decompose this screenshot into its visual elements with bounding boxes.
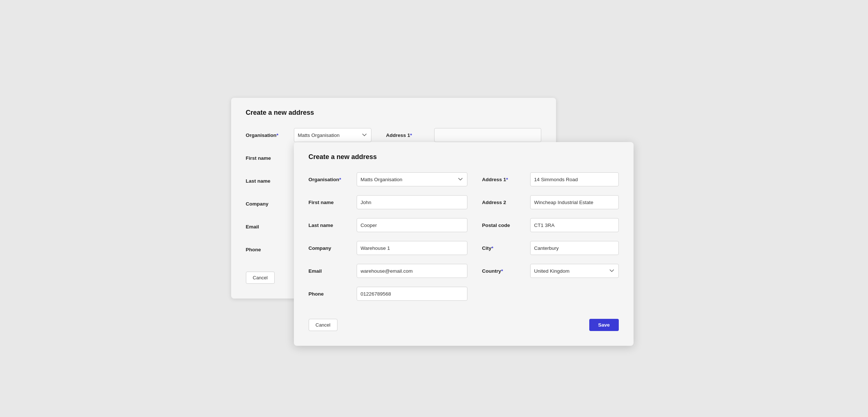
front-first-name-input[interactable] bbox=[357, 195, 467, 209]
front-save-button[interactable]: Save bbox=[589, 319, 619, 331]
front-last-name-label: Last name bbox=[309, 223, 357, 228]
back-cancel-button[interactable]: Cancel bbox=[246, 272, 275, 284]
front-organisation-label: Organisation* bbox=[309, 177, 357, 182]
front-postal-code-label: Postal code bbox=[482, 223, 530, 228]
front-address1-input[interactable] bbox=[530, 172, 619, 186]
back-organisation-label: Organisation* bbox=[246, 132, 294, 138]
front-email-input[interactable] bbox=[357, 264, 467, 278]
form-actions: Cancel Save bbox=[309, 319, 619, 331]
front-country-select[interactable]: United Kingdom United States Germany Fra… bbox=[530, 264, 619, 278]
back-email-label: Email bbox=[246, 224, 294, 230]
back-first-name-label: First name bbox=[246, 155, 294, 161]
front-company-label: Company bbox=[309, 245, 357, 251]
back-organisation-select[interactable]: Matts Organisation bbox=[294, 128, 371, 142]
front-phone-label: Phone bbox=[309, 291, 357, 297]
back-company-label: Company bbox=[246, 201, 294, 207]
front-first-name-label: First name bbox=[309, 200, 357, 205]
front-country-label: Country* bbox=[482, 268, 530, 274]
back-address1-input[interactable] bbox=[434, 128, 541, 142]
front-card-title: Create a new address bbox=[309, 153, 619, 161]
front-email-label: Email bbox=[309, 268, 357, 274]
front-address2-input[interactable] bbox=[530, 195, 619, 209]
foreground-card: Create a new address Organisation* Matts… bbox=[294, 142, 634, 346]
back-phone-label: Phone bbox=[246, 247, 294, 252]
back-card-title: Create a new address bbox=[246, 109, 541, 117]
front-postal-code-input[interactable] bbox=[530, 218, 619, 232]
back-last-name-label: Last name bbox=[246, 178, 294, 184]
front-address2-label: Address 2 bbox=[482, 200, 530, 205]
front-address1-label: Address 1* bbox=[482, 177, 530, 182]
front-organisation-select[interactable]: Matts Organisation bbox=[357, 172, 467, 186]
front-cancel-button[interactable]: Cancel bbox=[309, 319, 337, 331]
back-address1-label: Address 1* bbox=[386, 132, 434, 138]
front-city-label: City* bbox=[482, 245, 530, 251]
front-city-input[interactable] bbox=[530, 241, 619, 255]
front-company-input[interactable] bbox=[357, 241, 467, 255]
front-last-name-input[interactable] bbox=[357, 218, 467, 232]
front-phone-input[interactable] bbox=[357, 287, 467, 301]
